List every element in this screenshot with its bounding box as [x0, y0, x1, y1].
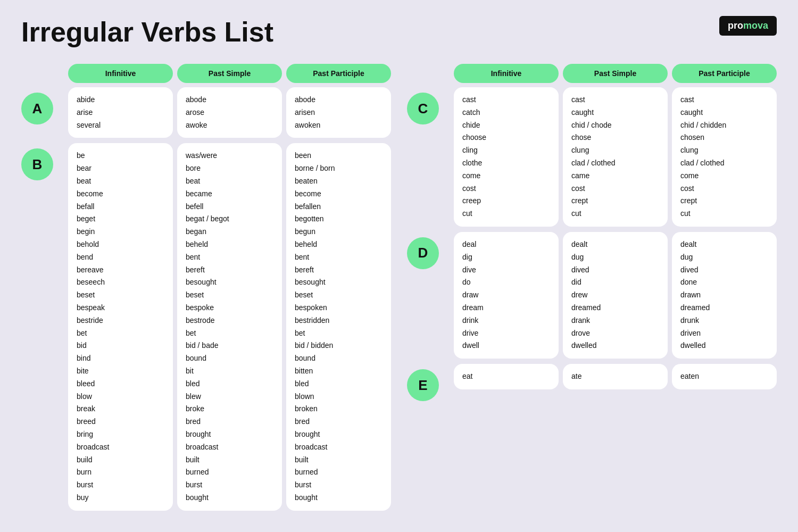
right-group-c-data: castcatchchidechooseclingclothecomecostc…	[454, 87, 777, 227]
right-d-past-participle: dealtdugdiveddonedrawndreameddrunkdriven…	[672, 232, 777, 359]
left-table-header: Infinitive Past Simple Past Participle	[21, 64, 391, 83]
main-layout: Infinitive Past Simple Past Participle A…	[21, 64, 777, 511]
left-group-b-row: bebearbeatbecomebefallbegetbeginbeholdbe…	[68, 143, 391, 510]
right-c-past-simple: castcaughtchid / chodechoseclungclad / c…	[563, 87, 668, 227]
letter-badge-d: D	[407, 237, 439, 269]
left-table: Infinitive Past Simple Past Participle A…	[21, 64, 391, 511]
letter-badge-c: C	[407, 93, 439, 124]
left-group-a-row: abideariseseveral abodearoseawoke abodea…	[68, 87, 391, 138]
letter-spacer-b: B	[21, 143, 64, 180]
left-group-b: B bebearbeatbecomebefallbegetbeginbehold…	[21, 143, 391, 510]
right-table: Infinitive Past Simple Past Participle C…	[407, 64, 777, 511]
left-a-infinitive: abideariseseveral	[68, 87, 173, 138]
left-group-a: A abideariseseveral abodearoseawoke abod…	[21, 87, 391, 138]
left-b-infinitive: bebearbeatbecomebefallbegetbeginbeholdbe…	[68, 143, 173, 510]
right-group-d: D dealdigdivedodrawdreamdrinkdrivedwell …	[407, 232, 777, 359]
right-col-header-past-simple: Past Simple	[563, 64, 668, 83]
page-title: Irregular Verbs List	[21, 16, 777, 48]
right-d-past-simple: dealtdugdiveddiddrewdreameddrankdrovedwe…	[563, 232, 668, 359]
right-e-infinitive: eat	[454, 364, 559, 389]
right-d-infinitive: dealdigdivedodrawdreamdrinkdrivedwell	[454, 232, 559, 359]
left-col-header-past-simple: Past Simple	[177, 64, 282, 83]
right-group-d-row: dealdigdivedodrawdreamdrinkdrivedwell de…	[454, 232, 777, 359]
letter-badge-b: B	[21, 148, 53, 180]
right-group-d-data: dealdigdivedodrawdreamdrinkdrivedwell de…	[454, 232, 777, 359]
right-col-header-infinitive: Infinitive	[454, 64, 559, 83]
left-col-header-infinitive: Infinitive	[68, 64, 173, 83]
left-a-past-simple: abodearoseawoke	[177, 87, 282, 138]
letter-badge-a: A	[21, 93, 53, 124]
letter-spacer-a: A	[21, 87, 64, 124]
letter-spacer-d: D	[407, 232, 450, 269]
right-group-c-row: castcatchchidechooseclingclothecomecostc…	[454, 87, 777, 227]
left-col-header-past-participle: Past Participle	[286, 64, 391, 83]
right-group-e-data: eat ate eaten	[454, 364, 777, 389]
right-c-past-participle: castcaughtchid / chiddenchosenclungclad …	[672, 87, 777, 227]
right-group-c: C castcatchchidechooseclingclothecomecos…	[407, 87, 777, 227]
right-group-e: E eat ate eaten	[407, 364, 777, 401]
left-b-past-simple: was/wereborebeatbecamebefellbegat / bego…	[177, 143, 282, 510]
right-col-header-past-participle: Past Participle	[672, 64, 777, 83]
left-group-b-data: bebearbeatbecomebefallbegetbeginbeholdbe…	[68, 143, 391, 510]
letter-spacer-c: C	[407, 87, 450, 124]
promova-logo: promova	[719, 16, 777, 36]
right-e-past-simple: ate	[563, 364, 668, 389]
right-table-header: Infinitive Past Simple Past Participle	[407, 64, 777, 83]
right-c-infinitive: castcatchchidechooseclingclothecomecostc…	[454, 87, 559, 227]
right-group-e-row: eat ate eaten	[454, 364, 777, 389]
letter-badge-e: E	[407, 369, 439, 401]
left-a-past-participle: abodearisenawoken	[286, 87, 391, 138]
letter-spacer-e: E	[407, 364, 450, 401]
right-e-past-participle: eaten	[672, 364, 777, 389]
left-b-past-participle: beenborne / bornbeatenbecomebefallenbego…	[286, 143, 391, 510]
left-group-a-data: abideariseseveral abodearoseawoke abodea…	[68, 87, 391, 138]
